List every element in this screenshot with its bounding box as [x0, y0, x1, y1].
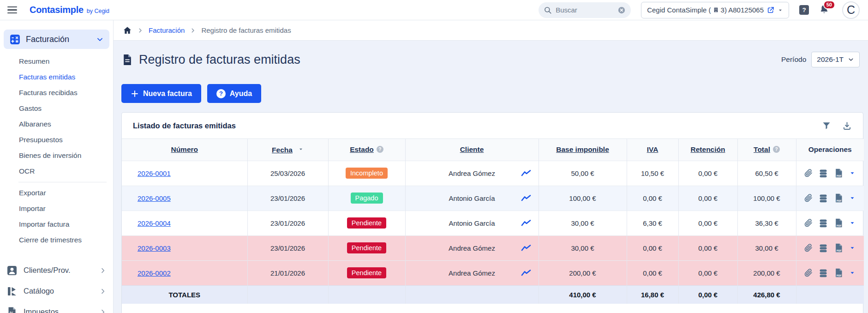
row-actions-caret-icon[interactable]: [849, 170, 856, 176]
info-icon[interactable]: ?: [773, 146, 780, 153]
col-header-fecha[interactable]: Fecha: [272, 146, 293, 154]
totals-iva: 16,80 €: [627, 285, 678, 304]
vat-amount: 0,00 €: [627, 260, 678, 285]
sidebar-item-resumen[interactable]: Resumen: [0, 54, 113, 69]
row-actions-caret-icon[interactable]: [849, 245, 856, 251]
base-amount: 100,00 €: [539, 186, 627, 211]
invoice-document-icon: [121, 54, 133, 66]
status-badge: Pagado: [351, 193, 383, 204]
download-icon[interactable]: [842, 121, 852, 131]
svg-text:PDF: PDF: [837, 224, 842, 227]
vat-amount: 6,30 €: [627, 211, 678, 235]
chevron-down-icon: [778, 7, 783, 13]
sidebar-item-importar-factura[interactable]: Importar factura: [0, 217, 113, 232]
retention-amount: 0,00 €: [678, 211, 737, 235]
invoices-table: Número Fecha Estado? Cliente Base imponi…: [122, 139, 864, 304]
table-row: 2026-0005 23/01/2026 Pagado Antonio Garc…: [122, 186, 864, 211]
sort-caret-icon[interactable]: [298, 145, 304, 153]
database-icon[interactable]: [819, 243, 828, 253]
database-icon[interactable]: [819, 218, 828, 228]
col-header-base-imponible[interactable]: Base imponible: [556, 145, 609, 153]
vat-amount: 0,00 €: [627, 186, 678, 211]
sidebar-item-facturas-emitidas[interactable]: Facturas emitidas: [0, 69, 113, 85]
client-stats-chart-icon[interactable]: [521, 244, 531, 252]
breadcrumb-link-facturacion[interactable]: Facturación: [149, 26, 185, 34]
row-actions-caret-icon[interactable]: [849, 195, 856, 201]
attachment-paperclip-icon[interactable]: [804, 194, 813, 202]
sidebar-item-catalogo[interactable]: Catálogo: [0, 281, 113, 301]
status-badge: Pendiente: [347, 242, 386, 253]
chevron-down-icon: [848, 56, 854, 63]
pdf-icon[interactable]: PDF: [834, 169, 843, 178]
invoice-link[interactable]: 2026-0002: [138, 269, 171, 277]
col-header-numero[interactable]: Número: [171, 145, 198, 153]
sidebar-item-albaranes[interactable]: Albaranes: [0, 116, 113, 132]
help-button[interactable]: ? Ayuda: [207, 84, 261, 103]
external-link-icon[interactable]: [767, 6, 774, 14]
database-icon[interactable]: [819, 268, 828, 277]
notifications-bell[interactable]: 50: [819, 4, 829, 16]
sidebar-item-cierre-trimestres[interactable]: Cierre de trimestres: [0, 232, 113, 248]
col-header-estado[interactable]: Estado: [350, 145, 374, 153]
help-icon[interactable]: ?: [799, 5, 809, 15]
svg-text:%: %: [10, 311, 14, 313]
hamburger-menu-icon[interactable]: [7, 3, 21, 17]
invoice-link[interactable]: 2026-0001: [138, 169, 171, 177]
row-actions-caret-icon[interactable]: [849, 270, 856, 276]
sidebar-item-presupuestos[interactable]: Presupuestos: [0, 132, 113, 148]
avatar[interactable]: C: [842, 1, 860, 19]
pdf-icon[interactable]: PDF: [834, 193, 843, 203]
pdf-icon[interactable]: PDF: [834, 268, 843, 277]
sidebar-item-ocr[interactable]: OCR: [0, 163, 113, 179]
client-name: Andrea Gómez: [449, 269, 495, 277]
row-actions-caret-icon[interactable]: [849, 220, 856, 226]
sidebar-item-exportar[interactable]: Exportar: [0, 185, 113, 201]
company-selector[interactable]: Cegid ContaSimple ( 3) A80125065: [641, 2, 789, 18]
search-input[interactable]: [556, 6, 614, 14]
filter-icon[interactable]: [822, 121, 831, 130]
brand-name: Contasimple: [30, 5, 84, 15]
info-icon[interactable]: ?: [377, 146, 383, 153]
building-icon: [713, 7, 719, 13]
totals-retencion: 0,00 €: [678, 285, 737, 304]
pdf-icon[interactable]: PDF: [834, 243, 843, 253]
sidebar-item-clientes[interactable]: Clientes/Prov.: [0, 260, 113, 281]
search-box[interactable]: [539, 2, 631, 18]
attachment-paperclip-icon[interactable]: [804, 244, 813, 252]
home-icon[interactable]: [123, 26, 132, 35]
attachment-paperclip-icon[interactable]: [804, 269, 813, 277]
col-header-cliente[interactable]: Cliente: [460, 145, 484, 153]
company-name-prefix: Cegid ContaSimple (: [647, 6, 711, 14]
invoice-link[interactable]: 2026-0003: [138, 244, 171, 252]
client-stats-chart-icon[interactable]: [521, 169, 531, 177]
client-name: Andrea Gómez: [449, 244, 495, 252]
col-header-iva[interactable]: IVA: [647, 145, 658, 153]
database-icon[interactable]: [819, 193, 828, 203]
sidebar-item-facturacion[interactable]: Facturación: [4, 30, 109, 49]
sidebar-item-facturas-recibidas[interactable]: Facturas recibidas: [0, 85, 113, 101]
table-row-overdue: 2026-0003 23/01/2026 Pendiente Andrea Gó…: [122, 235, 864, 260]
attachment-paperclip-icon[interactable]: [804, 219, 813, 227]
sidebar-item-gastos[interactable]: Gastos: [0, 101, 113, 116]
invoice-link[interactable]: 2026-0004: [138, 219, 171, 227]
catalog-icon: [6, 286, 18, 297]
attachment-paperclip-icon[interactable]: [804, 169, 813, 177]
col-header-total[interactable]: Total: [754, 145, 770, 153]
new-invoice-button[interactable]: Nueva factura: [121, 84, 201, 103]
col-header-retencion[interactable]: Retención: [691, 145, 725, 153]
status-badge: Pendiente: [347, 217, 386, 229]
sidebar-item-bienes-inversion[interactable]: Bienes de inversión: [0, 148, 113, 163]
client-stats-chart-icon[interactable]: [521, 219, 531, 227]
sidebar-item-importar[interactable]: Importar: [0, 201, 113, 217]
invoice-link[interactable]: 2026-0005: [138, 194, 171, 202]
database-icon[interactable]: [819, 169, 828, 178]
sidebar-item-impuestos[interactable]: % Impuestos: [0, 301, 113, 313]
client-stats-chart-icon[interactable]: [521, 194, 531, 202]
pdf-icon[interactable]: PDF: [834, 218, 843, 228]
invoice-date: 25/03/2026: [247, 161, 328, 186]
status-badge: Pendiente: [347, 267, 386, 278]
client-stats-chart-icon[interactable]: [521, 269, 531, 277]
search-clear-icon[interactable]: [617, 6, 626, 14]
card-footer: [122, 304, 863, 313]
period-select[interactable]: 2026-1T: [811, 52, 860, 67]
